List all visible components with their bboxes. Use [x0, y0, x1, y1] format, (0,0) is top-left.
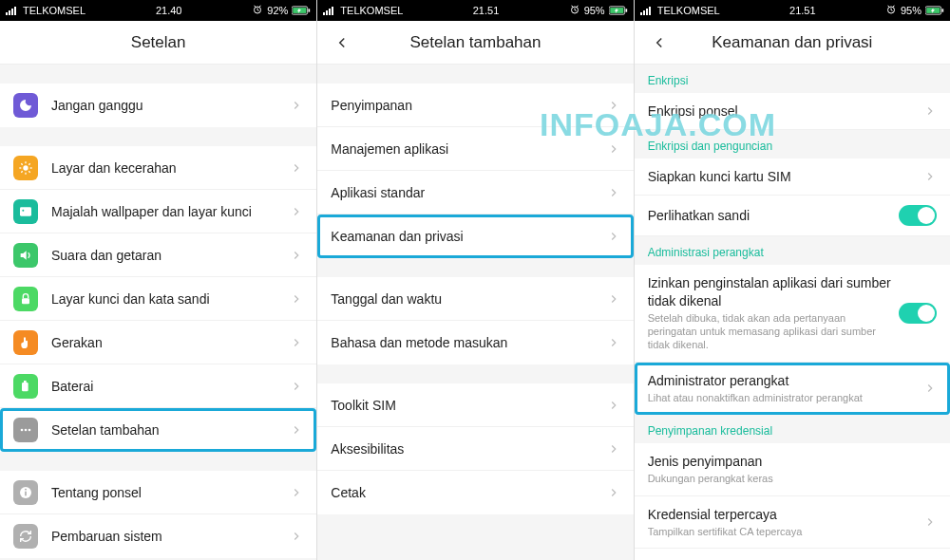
- page-title: Setelan: [131, 33, 186, 52]
- settings-row-lang[interactable]: Bahasa dan metode masukan: [317, 321, 633, 364]
- alarm-icon: [569, 4, 580, 17]
- settings-row-security[interactable]: Keamanan dan privasi: [317, 215, 633, 258]
- row-label: Suara dan getaran: [51, 248, 290, 263]
- security-row-unknown[interactable]: Izinkan penginstalan aplikasi dari sumbe…: [635, 265, 950, 362]
- row-title: Perlihatkan sandi: [648, 207, 891, 224]
- row-title: Administrator perangkat: [648, 372, 916, 389]
- info-icon: [13, 480, 38, 505]
- settings-row-sim[interactable]: Toolkit SIM: [317, 383, 633, 427]
- settings-row-apps[interactable]: Manajemen aplikasi: [317, 127, 633, 171]
- svg-rect-11: [309, 9, 311, 11]
- row-label: Manajemen aplikasi: [331, 141, 606, 157]
- battery-icon: [609, 6, 628, 15]
- row-label: Layar kunci dan kata sandi: [51, 291, 290, 307]
- svg-rect-2: [11, 9, 13, 15]
- group-gap: [317, 65, 633, 84]
- sound-icon: [13, 243, 38, 268]
- battery-icon: [13, 374, 38, 399]
- back-button[interactable]: [642, 21, 676, 64]
- row-label: Tanggal dan waktu: [331, 291, 606, 307]
- row-subtitle: Lihat atau nonaktifkan administrator per…: [648, 391, 916, 404]
- status-bar: TELKOMSEL21.5195%: [635, 0, 950, 21]
- svg-line-19: [21, 171, 22, 172]
- chevron-right-icon: [607, 142, 620, 156]
- settings-row-sound[interactable]: Suara dan getaran: [0, 233, 316, 277]
- update-icon: [13, 524, 38, 549]
- row-label: Setelan tambahan: [51, 422, 290, 438]
- svg-line-52: [893, 6, 895, 7]
- carrier-label: TELKOMSEL: [657, 5, 720, 16]
- security-row-storetype[interactable]: Jenis penyimpananDukungan perangkat kera…: [635, 443, 950, 495]
- settings-row-about[interactable]: Tentang ponsel: [0, 471, 316, 514]
- chevron-right-icon: [607, 442, 620, 456]
- settings-row-motion[interactable]: Gerakan: [0, 321, 316, 364]
- svg-line-51: [887, 6, 889, 7]
- header: Setelan: [0, 21, 316, 65]
- chevron-right-icon: [607, 399, 620, 412]
- page-title: Setelan tambahan: [409, 33, 541, 52]
- signal-icon: [6, 6, 19, 15]
- settings-row-wallpaper[interactable]: Majalah wallpaper dan layar kunci: [0, 190, 316, 233]
- security-row-encrypt[interactable]: Enkripsi ponsel: [635, 93, 950, 130]
- settings-row-update[interactable]: Pembaruan sistem: [0, 514, 316, 558]
- chevron-right-icon: [290, 380, 303, 393]
- settings-row-display[interactable]: Layar dan kecerahan: [0, 146, 316, 190]
- security-row-trusted[interactable]: Kredensial terpercayaTampilkan sertifika…: [635, 496, 950, 549]
- row-label: Toolkit SIM: [331, 398, 606, 413]
- svg-line-7: [255, 6, 256, 7]
- row-label: Pembaruan sistem: [51, 529, 290, 544]
- chevron-right-icon: [290, 99, 303, 112]
- toggle-switch[interactable]: [899, 303, 937, 324]
- settings-row-dnd[interactable]: Jangan ganggu: [0, 84, 316, 127]
- battery-percent: 95%: [584, 5, 605, 16]
- settings-row-battery[interactable]: Baterai: [0, 364, 316, 408]
- svg-line-20: [28, 163, 29, 164]
- svg-point-31: [25, 488, 27, 490]
- settings-row-a11y[interactable]: Aksesibilitas: [317, 427, 633, 471]
- svg-line-38: [575, 10, 577, 11]
- chevron-right-icon: [290, 249, 303, 262]
- security-row-fromsd[interactable]: Pasang dari kartu SD: [635, 549, 950, 560]
- chevron-right-icon: [923, 515, 937, 529]
- svg-rect-24: [22, 383, 28, 391]
- dots-icon: [13, 418, 38, 442]
- settings-row-storage[interactable]: Penyimpanan: [317, 84, 633, 127]
- svg-line-40: [577, 6, 579, 7]
- panel-settings: TELKOMSEL21.4092%SetelanJangan gangguLay…: [0, 0, 316, 560]
- alarm-icon: [252, 4, 263, 17]
- page-title: Keamanan dan privasi: [712, 33, 872, 52]
- header: Setelan tambahan: [317, 21, 633, 65]
- panel-security-privacy: TELKOMSEL21.5195%Keamanan dan privasiEnk…: [634, 0, 950, 560]
- svg-line-6: [257, 10, 259, 11]
- svg-point-22: [22, 209, 24, 211]
- chevron-right-icon: [923, 382, 937, 395]
- svg-rect-55: [941, 9, 943, 11]
- row-label: Majalah wallpaper dan layar kunci: [51, 204, 290, 219]
- hand-icon: [13, 330, 38, 355]
- security-row-admin[interactable]: Administrator perangkatLihat atau nonakt…: [635, 363, 950, 415]
- security-row-simlock[interactable]: Siapkan kunci kartu SIM: [635, 159, 950, 196]
- toggle-switch[interactable]: [899, 205, 937, 226]
- svg-point-27: [25, 429, 28, 432]
- settings-row-datetime[interactable]: Tanggal dan waktu: [317, 277, 633, 321]
- settings-row-default[interactable]: Aplikasi standar: [317, 171, 633, 215]
- svg-rect-32: [323, 12, 325, 15]
- svg-rect-0: [6, 12, 8, 15]
- settings-row-additional[interactable]: Setelan tambahan: [0, 408, 316, 452]
- row-label: Cetak: [331, 485, 606, 500]
- chevron-right-icon: [607, 230, 620, 243]
- lock-icon: [13, 287, 38, 311]
- row-label: Keamanan dan privasi: [331, 229, 606, 244]
- signal-icon: [640, 6, 654, 15]
- security-row-showpwd[interactable]: Perlihatkan sandi: [635, 196, 950, 236]
- section-label: Enkripsi: [635, 65, 950, 93]
- chevron-right-icon: [607, 186, 620, 199]
- group-gap: [317, 364, 633, 383]
- settings-row-lock[interactable]: Layar kunci dan kata sandi: [0, 277, 316, 321]
- battery-icon: [292, 6, 311, 15]
- row-title: Kredensial terpercaya: [648, 506, 916, 523]
- section-label: Penyimpanan kredensial: [635, 415, 950, 443]
- back-button[interactable]: [325, 21, 359, 64]
- settings-row-print[interactable]: Cetak: [317, 471, 633, 514]
- moon-icon: [13, 93, 38, 118]
